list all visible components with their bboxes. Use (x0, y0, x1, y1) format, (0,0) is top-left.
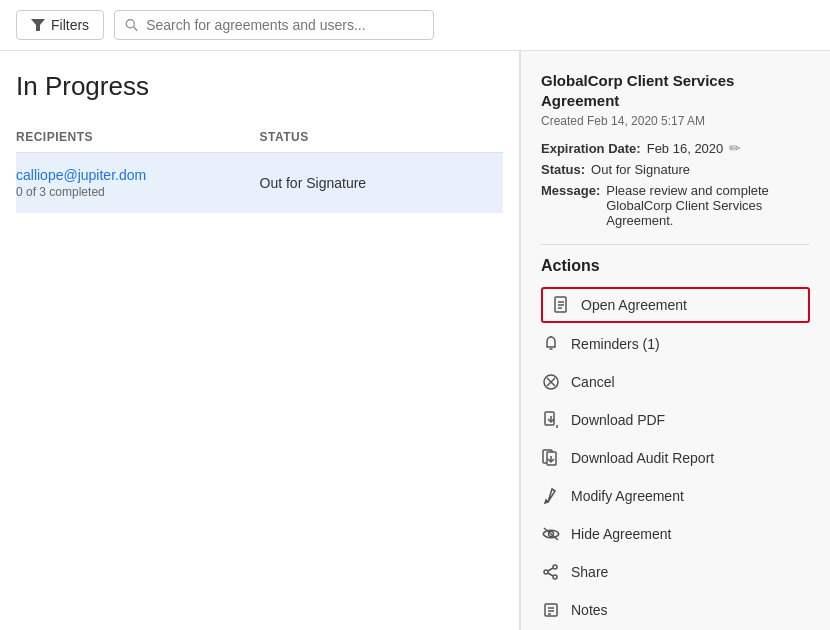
search-box (114, 10, 434, 40)
table-header: RECIPIENTS STATUS (16, 122, 503, 153)
actions-list: Open Agreement〉Reminders (1)CancelDownlo… (541, 287, 810, 630)
hide-label: Hide Agreement (571, 526, 810, 542)
hide-icon (541, 524, 561, 544)
action-download-pdf[interactable]: Download PDF (541, 401, 810, 439)
svg-line-2 (134, 27, 138, 31)
modify-label: Modify Agreement (571, 488, 810, 504)
status-label: Status: (541, 162, 585, 177)
action-modify[interactable]: Modify Agreement (541, 477, 810, 515)
filter-icon (31, 18, 45, 32)
share-label: Share (571, 564, 810, 580)
status-row: Status: Out for Signature (541, 162, 810, 177)
col-header-recipients: RECIPIENTS (16, 130, 260, 144)
message-label: Message: (541, 183, 600, 228)
open-agreement-label: Open Agreement (581, 297, 798, 313)
status-value: Out for Signature (591, 162, 690, 177)
agreement-title: GlobalCorp Client Services Agreement (541, 71, 810, 110)
toolbar: Filters (0, 0, 830, 51)
svg-marker-0 (31, 19, 45, 31)
search-icon (125, 18, 138, 32)
recipient-info: calliope@jupiter.dom 0 of 3 completed (16, 167, 260, 199)
action-cancel[interactable]: Cancel (541, 363, 810, 401)
svg-rect-12 (545, 412, 554, 425)
action-reminders[interactable]: Reminders (1) (541, 325, 810, 363)
actions-title: Actions (541, 257, 810, 275)
svg-point-20 (553, 565, 557, 569)
cancel-label: Cancel (571, 374, 810, 390)
recipient-completed: 0 of 3 completed (16, 185, 260, 199)
open-agreement-icon (551, 295, 571, 315)
action-hide[interactable]: Hide Agreement (541, 515, 810, 553)
col-header-status: STATUS (260, 130, 504, 144)
search-input[interactable] (146, 17, 423, 33)
main-layout: In Progress RECIPIENTS STATUS calliope@j… (0, 51, 830, 630)
svg-point-21 (553, 575, 557, 579)
expiration-value: Feb 16, 2020 (647, 141, 724, 156)
download-pdf-icon (541, 410, 561, 430)
action-download-audit[interactable]: Download Audit Report (541, 439, 810, 477)
page-title: In Progress (16, 71, 503, 102)
reminders-icon (541, 334, 561, 354)
svg-line-24 (548, 573, 553, 576)
right-panel: GlobalCorp Client Services Agreement Cre… (520, 51, 830, 630)
message-value: Please review and complete GlobalCorp Cl… (606, 183, 810, 228)
download-pdf-label: Download PDF (571, 412, 810, 428)
action-notes[interactable]: Notes (541, 591, 810, 629)
cancel-icon (541, 372, 561, 392)
left-panel: In Progress RECIPIENTS STATUS calliope@j… (0, 51, 520, 630)
download-audit-label: Download Audit Report (571, 450, 810, 466)
divider (541, 244, 810, 245)
expiration-label: Expiration Date: (541, 141, 641, 156)
created-date: Created Feb 14, 2020 5:17 AM (541, 114, 810, 128)
status-cell: Out for Signature (260, 175, 504, 191)
modify-icon (541, 486, 561, 506)
reminders-label: Reminders (1) (571, 336, 810, 352)
message-block: Message: Please review and complete Glob… (541, 183, 810, 228)
recipient-email: calliope@jupiter.dom (16, 167, 260, 183)
notes-label: Notes (571, 602, 810, 618)
download-audit-icon (541, 448, 561, 468)
share-icon (541, 562, 561, 582)
table-row[interactable]: calliope@jupiter.dom 0 of 3 completed Ou… (16, 153, 503, 213)
filter-label: Filters (51, 17, 89, 33)
svg-line-23 (548, 568, 553, 571)
svg-point-1 (126, 20, 134, 28)
expiration-row: Expiration Date: Feb 16, 2020 ✏ (541, 140, 810, 156)
notes-icon (541, 600, 561, 620)
action-open-agreement[interactable]: Open Agreement〉 (541, 287, 810, 323)
svg-point-22 (544, 570, 548, 574)
filter-button[interactable]: Filters (16, 10, 104, 40)
action-share[interactable]: Share (541, 553, 810, 591)
edit-expiration-icon[interactable]: ✏ (729, 140, 741, 156)
